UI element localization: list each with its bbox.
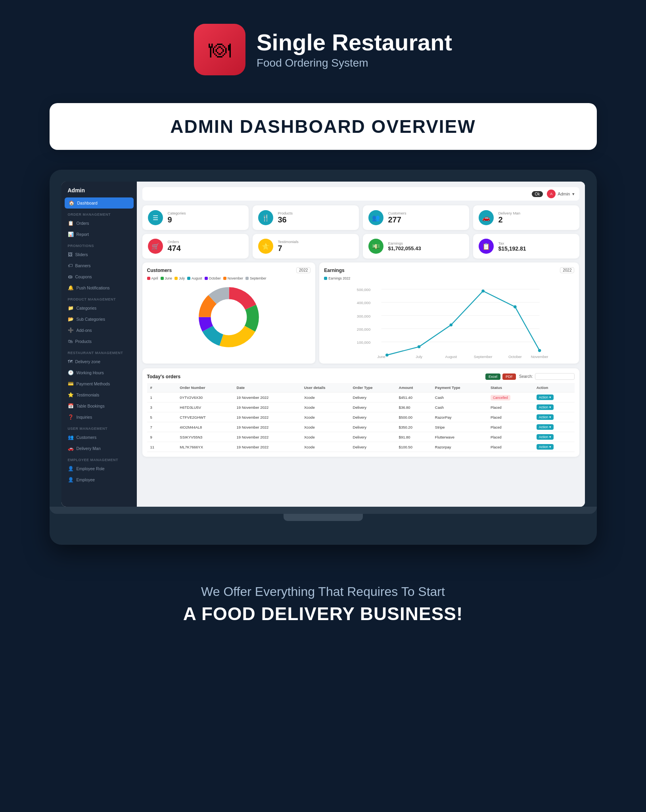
sidebar-item-delivery-man[interactable]: 🚗 Delivery Man [61,443,137,454]
col-check [165,383,176,393]
action-button[interactable]: Action ▾ [537,424,554,430]
customers-chart-legend: April June July August [147,276,311,280]
report-icon: 📊 [68,232,74,237]
cell-action: Action ▾ [533,442,575,452]
sidebar-item-payment-methods[interactable]: 💳 Payment Methods [61,378,137,389]
sidebar-item-coupons[interactable]: 🎟 Coupons [61,271,137,282]
sidebar-label-categories: Categories [77,306,97,310]
cell-num: 9 [147,432,166,442]
stat-value-orders: 474 [168,244,181,253]
sidebar-item-customers[interactable]: 👥 Customers [61,432,137,443]
sidebar-item-categories[interactable]: 📁 Categories [61,303,137,314]
admin-avatar: A [547,190,556,198]
cell-payment: Cash [432,393,487,402]
sidebar: Admin 🏠 Dashboard ORDER MANAGEMENT 📋 Ord… [61,182,137,507]
subcategories-icon: 📂 [68,316,74,322]
cell-date: 19 November 2022 [234,393,301,402]
search-box: Search: [519,373,574,380]
stat-card-customers: 👥 Customers 277 [363,205,469,230]
sidebar-item-report[interactable]: 📊 Report [61,229,137,240]
legend-item-september: September [245,276,266,280]
stat-label-testimonials: Testimonials [278,239,299,244]
sidebar-item-dashboard[interactable]: 🏠 Dashboard [65,197,134,209]
stat-card-orders: 🛒 Orders 474 [142,234,249,259]
sidebar-label-delivery-man: Delivery Man [77,446,101,451]
logo-box: 🍽 [194,24,245,75]
cell-check [165,412,176,422]
sidebar-item-orders[interactable]: 📋 Orders [61,218,137,229]
cell-status: Placed [487,432,533,442]
stat-info-products: Products 36 [278,211,293,224]
cell-amount: $500.00 [396,412,432,422]
table-bookings-icon: 📅 [68,403,74,409]
laptop-base [50,507,597,514]
legend-label-september: September [250,276,266,280]
sidebar-label-customers: Customers [77,435,97,440]
sidebar-item-addons[interactable]: ➕ Add-ons [61,325,137,336]
cell-num: 3 [147,402,166,412]
table-row: 3 H6TD3LU5V 19 November 2022 Xcode Deliv… [147,402,575,412]
cell-status: Placed [487,412,533,422]
legend-dot-june [161,277,164,280]
stat-label-earnings: Earnings [388,241,421,245]
sidebar-item-subcategories[interactable]: 📂 Sub Categories [61,314,137,325]
legend-dot-november [223,277,226,280]
col-date: Date [234,383,301,393]
customers-chart-year[interactable]: 2022 [296,267,311,273]
table-title: Today's orders [147,374,181,379]
sidebar-item-push[interactable]: 🔔 Push Notifications [61,282,137,293]
action-button[interactable]: Action ▾ [537,395,554,400]
cell-user: Xcode [301,412,350,422]
cell-amount: $350.20 [396,422,432,432]
cell-status: Placed [487,442,533,452]
cell-action: Action ▾ [533,393,575,402]
cell-action: Action ▾ [533,432,575,442]
action-button[interactable]: Action ▾ [537,434,554,440]
sidebar-item-banners[interactable]: 🏷 Banners [61,260,137,271]
cell-date: 19 November 2022 [234,402,301,412]
sidebar-item-inquiries[interactable]: ❓ Inquiries [61,412,137,423]
action-button[interactable]: Action ▾ [537,404,554,410]
col-order-type: Order Type [350,383,396,393]
legend-item-june: June [161,276,172,280]
stat-label-orders: Orders [168,239,181,244]
admin-menu[interactable]: A Admin ▾ [547,190,574,198]
sidebar-item-delivery-zone[interactable]: 🗺 Delivery zone [61,356,137,367]
addons-icon: ➕ [68,327,74,333]
sidebar-item-table-bookings[interactable]: 📅 Table Bookings [61,400,137,412]
sidebar-section-employee: EMPLOYEE MANAGEMENT [61,454,137,463]
stat-cards-row2: 🛒 Orders 474 ⭐ Testimonials 7 💵 [142,234,579,259]
cell-order-number: 4IO2M44AL8 [176,422,233,432]
action-button[interactable]: Action ▾ [537,444,554,450]
sidebar-item-testimonials[interactable]: ⭐ Testimonials [61,389,137,400]
sidebar-item-employee[interactable]: 👤 Employee [61,474,137,485]
sidebar-item-working-hours[interactable]: 🕐 Working Hours [61,367,137,378]
cell-num: 7 [147,422,166,432]
legend-dot-august [187,277,190,280]
legend-label-july: July [179,276,185,280]
sidebar-label-delivery-zone: Delivery zone [75,359,101,364]
earnings-chart-year[interactable]: 2022 [560,267,574,273]
stat-value-earnings: $1,702,055.43 [388,245,421,251]
search-input[interactable] [535,373,575,380]
cell-amount: $91.80 [396,432,432,442]
action-button[interactable]: Action ▾ [537,414,554,420]
y-label-100k: 100,000 [357,340,370,345]
cell-status: Placed [487,422,533,432]
testimonials-icon: ⭐ [68,392,74,398]
sidebar-item-sliders[interactable]: 🖼 Sliders [61,249,137,260]
cell-action: Action ▾ [533,412,575,422]
sidebar-item-employee-role[interactable]: 👤 Employee Role [61,463,137,474]
customers-chart-card: Customers 2022 April June [142,262,316,364]
footer-main-text: A FOOD DELIVERY BUSINESS! [183,603,463,624]
stat-value-tax: $15,192.81 [498,245,526,252]
cell-date: 19 November 2022 [234,422,301,432]
pdf-button[interactable]: PDF [502,373,516,380]
excel-button[interactable]: Excel [485,373,500,380]
dark-mode-toggle[interactable]: Ok [532,191,543,197]
stat-value-products: 36 [278,215,293,224]
sidebar-item-products[interactable]: 🛍 Products [61,336,137,347]
legend-label-april: April [151,276,158,280]
sidebar-label-employee-role: Employee Role [77,466,105,471]
legend-label-august: August [192,276,202,280]
